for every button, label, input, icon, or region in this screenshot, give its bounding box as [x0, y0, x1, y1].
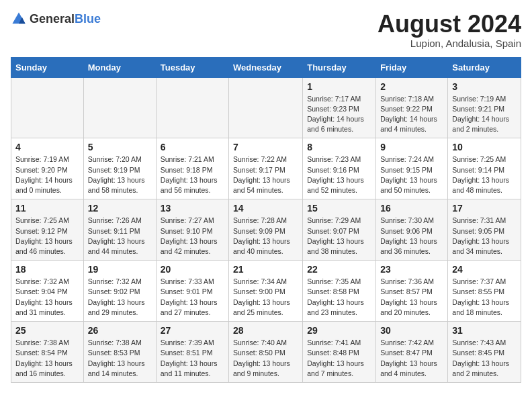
- day-info: Sunrise: 7:35 AM Sunset: 8:58 PM Dayligh…: [307, 277, 371, 318]
- day-cell: 1Sunrise: 7:17 AM Sunset: 9:23 PM Daylig…: [303, 77, 376, 138]
- header-day-thursday: Thursday: [303, 57, 376, 77]
- day-info: Sunrise: 7:37 AM Sunset: 8:55 PM Dayligh…: [452, 277, 517, 318]
- day-cell: 12Sunrise: 7:26 AM Sunset: 9:11 PM Dayli…: [83, 199, 156, 261]
- page-header: GeneralBlue August 2024 Lupion, Andalusi…: [11, 11, 521, 49]
- day-number: 26: [88, 325, 152, 336]
- day-cell: 4Sunrise: 7:19 AM Sunset: 9:20 PM Daylig…: [11, 138, 84, 199]
- day-cell: 19Sunrise: 7:32 AM Sunset: 9:02 PM Dayli…: [83, 261, 156, 322]
- logo-icon: [11, 11, 27, 27]
- day-number: 2: [380, 81, 443, 92]
- logo: GeneralBlue: [11, 11, 101, 27]
- day-number: 22: [307, 264, 371, 275]
- day-number: 19: [88, 264, 152, 275]
- day-cell: 10Sunrise: 7:25 AM Sunset: 9:14 PM Dayli…: [448, 138, 521, 199]
- day-number: 24: [452, 264, 517, 275]
- day-info: Sunrise: 7:34 AM Sunset: 9:00 PM Dayligh…: [233, 277, 298, 318]
- day-cell: 13Sunrise: 7:27 AM Sunset: 9:10 PM Dayli…: [156, 199, 228, 261]
- day-info: Sunrise: 7:21 AM Sunset: 9:18 PM Dayligh…: [161, 154, 224, 195]
- week-row-2: 4Sunrise: 7:19 AM Sunset: 9:20 PM Daylig…: [11, 138, 521, 199]
- day-number: 3: [452, 81, 517, 92]
- logo-blue: Blue: [75, 12, 101, 26]
- day-info: Sunrise: 7:20 AM Sunset: 9:19 PM Dayligh…: [88, 154, 152, 195]
- header-day-wednesday: Wednesday: [229, 57, 303, 77]
- day-info: Sunrise: 7:28 AM Sunset: 9:09 PM Dayligh…: [233, 216, 298, 257]
- day-cell: 23Sunrise: 7:36 AM Sunset: 8:57 PM Dayli…: [376, 261, 448, 322]
- day-info: Sunrise: 7:36 AM Sunset: 8:57 PM Dayligh…: [380, 277, 443, 318]
- day-cell: [11, 77, 84, 138]
- day-number: 23: [380, 264, 443, 275]
- day-number: 25: [15, 325, 79, 336]
- day-number: 16: [380, 203, 443, 214]
- day-number: 20: [161, 264, 224, 275]
- day-cell: [229, 77, 303, 138]
- day-cell: 7Sunrise: 7:22 AM Sunset: 9:17 PM Daylig…: [229, 138, 303, 199]
- day-number: 13: [161, 203, 224, 214]
- day-info: Sunrise: 7:30 AM Sunset: 9:06 PM Dayligh…: [380, 216, 443, 257]
- day-number: 11: [15, 203, 79, 214]
- day-cell: [156, 77, 228, 138]
- day-number: 27: [161, 325, 224, 336]
- day-number: 9: [380, 142, 443, 152]
- day-cell: 30Sunrise: 7:42 AM Sunset: 8:47 PM Dayli…: [376, 322, 448, 383]
- day-cell: 20Sunrise: 7:33 AM Sunset: 9:01 PM Dayli…: [156, 261, 228, 322]
- day-cell: 28Sunrise: 7:40 AM Sunset: 8:50 PM Dayli…: [229, 322, 303, 383]
- day-info: Sunrise: 7:29 AM Sunset: 9:07 PM Dayligh…: [307, 216, 371, 257]
- day-cell: 16Sunrise: 7:30 AM Sunset: 9:06 PM Dayli…: [376, 199, 448, 261]
- day-number: 21: [233, 264, 298, 275]
- day-cell: 29Sunrise: 7:41 AM Sunset: 8:48 PM Dayli…: [303, 322, 376, 383]
- day-cell: 17Sunrise: 7:31 AM Sunset: 9:05 PM Dayli…: [448, 199, 521, 261]
- day-info: Sunrise: 7:26 AM Sunset: 9:11 PM Dayligh…: [88, 216, 152, 257]
- day-cell: 11Sunrise: 7:25 AM Sunset: 9:12 PM Dayli…: [11, 199, 84, 261]
- day-cell: 26Sunrise: 7:38 AM Sunset: 8:53 PM Dayli…: [83, 322, 156, 383]
- day-cell: 5Sunrise: 7:20 AM Sunset: 9:19 PM Daylig…: [83, 138, 156, 199]
- day-info: Sunrise: 7:33 AM Sunset: 9:01 PM Dayligh…: [161, 277, 224, 318]
- day-cell: [83, 77, 156, 138]
- day-info: Sunrise: 7:23 AM Sunset: 9:16 PM Dayligh…: [307, 154, 371, 195]
- day-number: 12: [88, 203, 152, 214]
- day-number: 7: [233, 142, 298, 152]
- day-cell: 14Sunrise: 7:28 AM Sunset: 9:09 PM Dayli…: [229, 199, 303, 261]
- day-number: 31: [452, 325, 517, 336]
- day-info: Sunrise: 7:40 AM Sunset: 8:50 PM Dayligh…: [233, 338, 298, 379]
- day-info: Sunrise: 7:42 AM Sunset: 8:47 PM Dayligh…: [380, 338, 443, 379]
- day-number: 29: [307, 325, 371, 336]
- day-info: Sunrise: 7:18 AM Sunset: 9:22 PM Dayligh…: [380, 94, 443, 135]
- day-info: Sunrise: 7:27 AM Sunset: 9:10 PM Dayligh…: [161, 216, 224, 257]
- header-day-friday: Friday: [376, 57, 448, 77]
- day-info: Sunrise: 7:19 AM Sunset: 9:20 PM Dayligh…: [15, 154, 79, 195]
- day-cell: 21Sunrise: 7:34 AM Sunset: 9:00 PM Dayli…: [229, 261, 303, 322]
- day-cell: 24Sunrise: 7:37 AM Sunset: 8:55 PM Dayli…: [448, 261, 521, 322]
- day-cell: 27Sunrise: 7:39 AM Sunset: 8:51 PM Dayli…: [156, 322, 228, 383]
- day-cell: 8Sunrise: 7:23 AM Sunset: 9:16 PM Daylig…: [303, 138, 376, 199]
- calendar-header-row: SundayMondayTuesdayWednesdayThursdayFrid…: [11, 57, 521, 77]
- day-number: 15: [307, 203, 371, 214]
- day-info: Sunrise: 7:38 AM Sunset: 8:54 PM Dayligh…: [15, 338, 79, 379]
- day-cell: 18Sunrise: 7:32 AM Sunset: 9:04 PM Dayli…: [11, 261, 84, 322]
- day-cell: 31Sunrise: 7:43 AM Sunset: 8:45 PM Dayli…: [448, 322, 521, 383]
- day-number: 5: [88, 142, 152, 152]
- day-info: Sunrise: 7:17 AM Sunset: 9:23 PM Dayligh…: [307, 94, 371, 135]
- header-day-saturday: Saturday: [448, 57, 521, 77]
- week-row-1: 1Sunrise: 7:17 AM Sunset: 9:23 PM Daylig…: [11, 77, 521, 138]
- day-info: Sunrise: 7:43 AM Sunset: 8:45 PM Dayligh…: [452, 338, 517, 379]
- month-year: August 2024: [378, 11, 521, 38]
- day-number: 17: [452, 203, 517, 214]
- day-number: 10: [452, 142, 517, 152]
- day-cell: 25Sunrise: 7:38 AM Sunset: 8:54 PM Dayli…: [11, 322, 84, 383]
- day-info: Sunrise: 7:19 AM Sunset: 9:21 PM Dayligh…: [452, 94, 517, 135]
- day-number: 1: [307, 81, 371, 92]
- day-cell: 2Sunrise: 7:18 AM Sunset: 9:22 PM Daylig…: [376, 77, 448, 138]
- day-number: 28: [233, 325, 298, 336]
- day-info: Sunrise: 7:31 AM Sunset: 9:05 PM Dayligh…: [452, 216, 517, 257]
- day-cell: 9Sunrise: 7:24 AM Sunset: 9:15 PM Daylig…: [376, 138, 448, 199]
- day-info: Sunrise: 7:24 AM Sunset: 9:15 PM Dayligh…: [380, 154, 443, 195]
- week-row-3: 11Sunrise: 7:25 AM Sunset: 9:12 PM Dayli…: [11, 199, 521, 261]
- header-day-monday: Monday: [83, 57, 156, 77]
- day-number: 14: [233, 203, 298, 214]
- header-day-sunday: Sunday: [11, 57, 84, 77]
- day-info: Sunrise: 7:38 AM Sunset: 8:53 PM Dayligh…: [88, 338, 152, 379]
- day-info: Sunrise: 7:32 AM Sunset: 9:04 PM Dayligh…: [15, 277, 79, 318]
- day-cell: 15Sunrise: 7:29 AM Sunset: 9:07 PM Dayli…: [303, 199, 376, 261]
- location: Lupion, Andalusia, Spain: [378, 38, 521, 49]
- day-cell: 22Sunrise: 7:35 AM Sunset: 8:58 PM Dayli…: [303, 261, 376, 322]
